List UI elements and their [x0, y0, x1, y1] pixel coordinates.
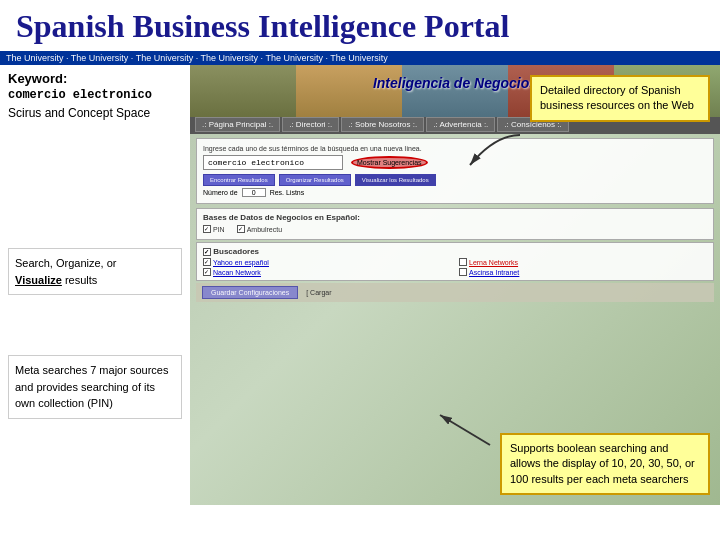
db-item-pin: PIN — [203, 225, 225, 233]
search-box-area: Ingrese cada uno de sus términos de la b… — [196, 138, 714, 204]
meta-search-text: Meta searches 7 major sources and provid… — [15, 364, 168, 409]
search-input-row: Mostrar Sugerencias — [203, 155, 707, 170]
site-logo-area: Inteligencia de Negocios — [373, 75, 537, 91]
suggest-button[interactable]: Mostrar Sugerencias — [351, 156, 428, 169]
visualize-results-button[interactable]: Visualizar los Resultados — [355, 174, 436, 186]
buscadores-grid: Yahoo en español Lerna Networks Nacan Ne… — [203, 258, 707, 276]
buscador-nacan-checkbox[interactable] — [203, 268, 211, 276]
action-buttons-row: Encontrar Resultados Organizar Resultado… — [203, 174, 707, 186]
search-input[interactable] — [203, 155, 343, 170]
buscador-yahoo-checkbox[interactable] — [203, 258, 211, 266]
bg-block-3 — [402, 65, 508, 117]
save-config-button[interactable]: Guardar Configuraciones — [202, 286, 298, 299]
db-checkbox-pin[interactable] — [203, 225, 211, 233]
bottom-right-annotation: Supports boolean searching and allows th… — [500, 433, 710, 495]
buscador-yahoo-link[interactable]: Yahoo en español — [213, 259, 269, 266]
buscadores-section: Buscadores Yahoo en español Lerna Networ… — [196, 242, 714, 281]
buscador-yahoo[interactable]: Yahoo en español — [203, 258, 451, 266]
search-instructions: Ingrese cada uno de sus términos de la b… — [203, 145, 707, 152]
results-count-input[interactable] — [242, 188, 266, 197]
buscadores-main-checkbox[interactable] — [203, 248, 211, 256]
keyword-label: Keyword: — [8, 71, 182, 86]
databases-section: Bases de Datos de Negocios en Español: P… — [196, 208, 714, 240]
bottom-right-text: Supports boolean searching and allows th… — [510, 442, 695, 485]
buscadores-title: Buscadores — [203, 247, 707, 256]
title-bar: Spanish Business Intelligence Portal — [0, 0, 720, 51]
nav-item-advertencia[interactable]: .: Advertencia :. — [426, 117, 495, 132]
db-item-ambul: Ambulrectu — [237, 225, 282, 233]
nav-item-directori[interactable]: .: Directori :. — [282, 117, 339, 132]
right-top-text: Detailed directory of Spanish business r… — [540, 84, 694, 111]
search-organize-line1: Search, Organize, or — [15, 255, 175, 272]
buscador-ascinsa-link[interactable]: Ascinsa Intranet — [469, 269, 519, 276]
bg-block-1 — [190, 65, 296, 117]
find-results-button[interactable]: Encontrar Resultados — [203, 174, 275, 186]
buscador-ascinsa[interactable]: Ascinsa Intranet — [459, 268, 707, 276]
site-logo-text: Inteligencia de Negocios — [373, 75, 537, 91]
buscador-ascinsa-checkbox[interactable] — [459, 268, 467, 276]
right-top-annotation: Detailed directory of Spanish business r… — [530, 75, 710, 122]
nav-item-sobre[interactable]: .: Sobre Nosotros :. — [341, 117, 424, 132]
db-row: PIN Ambulrectu — [203, 225, 707, 233]
save-bar: Guardar Configuraciones [ Cargar — [196, 283, 714, 302]
visualize-label: Visualize — [15, 274, 62, 286]
search-organize-line2: Visualize results — [15, 272, 175, 289]
buscador-nacan-link[interactable]: Nacan Network — [213, 269, 261, 276]
db-checkbox-ambul[interactable] — [237, 225, 245, 233]
load-config-text: [ Cargar — [306, 289, 331, 296]
buscador-lerna-checkbox[interactable] — [459, 258, 467, 266]
keyword-value: comercio electronico — [8, 88, 182, 102]
db-title: Bases de Datos de Negocios en Español: — [203, 213, 707, 222]
buscador-lerna-link[interactable]: Lerna Networks — [469, 259, 518, 266]
university-banner: The University · The University · The Un… — [0, 51, 720, 65]
results-label: Número de — [203, 189, 238, 196]
search-count-area: Número de Res. Listns — [203, 188, 707, 197]
scirus-text: Scirus and Concept Space — [8, 106, 182, 120]
db-label-ambul: Ambulrectu — [247, 226, 282, 233]
page-title: Spanish Business Intelligence Portal — [16, 8, 704, 45]
db-label-pin: PIN — [213, 226, 225, 233]
left-annotation-panel: Keyword: comercio electronico Scirus and… — [0, 65, 190, 505]
organize-results-button[interactable]: Organizar Resultados — [279, 174, 351, 186]
buscador-nacan[interactable]: Nacan Network — [203, 268, 451, 276]
nav-item-principal[interactable]: .: Página Principal :. — [195, 117, 280, 132]
meta-search-annotation: Meta searches 7 major sources and provid… — [8, 355, 182, 419]
results-suffix: Res. Listns — [270, 189, 305, 196]
bg-block-2 — [296, 65, 402, 117]
website-area: Inteligencia de Negocios .: Página Princ… — [190, 65, 720, 505]
main-content: Keyword: comercio electronico Scirus and… — [0, 65, 720, 505]
buscador-lerna[interactable]: Lerna Networks — [459, 258, 707, 266]
